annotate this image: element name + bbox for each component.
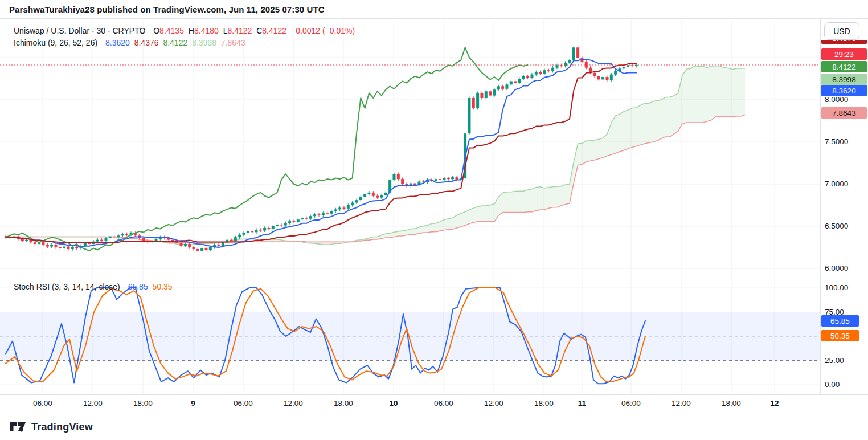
time-axis-label: 18:00 (324, 399, 363, 408)
time-axis-label: 18:00 (711, 399, 751, 408)
price-axis-tick: 6.0000 (825, 264, 848, 272)
time-axis-label: 10 (374, 399, 413, 408)
close-value: 8.4122 (262, 26, 286, 35)
stoch-axis-tick: 0.00 (825, 380, 840, 389)
time-axis-divider (0, 394, 868, 395)
time-axis-label: 12:00 (273, 399, 313, 408)
time-axis-label: 06:00 (23, 399, 63, 408)
currency-usd-button[interactable]: USD (824, 22, 859, 40)
open-label: O (153, 26, 159, 35)
stoch-axis-tick: 100.00 (825, 283, 848, 292)
stoch-d-axis-label: 50.35 (821, 330, 859, 341)
price-axis-tick: 7.5000 (825, 137, 848, 146)
ichimoku-title[interactable]: Ichimoku (9, 26, 52, 26) (14, 38, 97, 47)
stoch-axis-tick: 75.00 (825, 308, 844, 316)
stoch-d-value: 50.35 (153, 282, 173, 291)
lead-a-price-label: 8.3998 (821, 74, 867, 85)
conversion-line-price-label: 8.3620 (821, 85, 867, 96)
time-axis-label: 12 (755, 399, 795, 408)
time-axis-label: 12:00 (474, 399, 514, 408)
time-axis-label: 06:00 (424, 399, 464, 408)
stoch-rsi-legend[interactable]: Stoch RSI (3, 3, 14, 14, close) 65.85 50… (14, 282, 175, 291)
change-value: −0.0012 (−0.01%) (291, 26, 355, 35)
bottom-divider (0, 412, 868, 412)
stoch-rsi-title[interactable]: Stoch RSI (3, 3, 14, 14, close) (14, 282, 120, 291)
bar-countdown-label: 29:23 (821, 48, 867, 60)
base-value: 8.4376 (134, 38, 159, 47)
time-axis-label: 12:00 (73, 399, 113, 408)
high-value: 8.4180 (194, 26, 219, 35)
tradingview-snapshot-page: ParshwaTurakhiya28 published on TradingV… (0, 0, 868, 440)
lead-b-value: 7.8643 (221, 38, 245, 47)
lead-b-price-label: 7.8643 (821, 107, 867, 119)
tradingview-logo-text: TradingView (31, 421, 93, 433)
price-axis-tick: 8.0000 (825, 95, 848, 104)
price-axis-tick: 7.0000 (825, 180, 848, 188)
time-axis-label: 18:00 (123, 399, 163, 408)
pane-divider[interactable] (0, 278, 868, 278)
publish-attribution-line: ParshwaTurakhiya28 published on TradingV… (9, 5, 325, 14)
time-axis-label: 11 (562, 399, 602, 408)
symbol-legend[interactable]: Uniswap / U.S. Dollar · 30 · CRYPTO O8.4… (14, 26, 357, 35)
stoch-k-value: 65.85 (128, 282, 148, 291)
price-axis-divider (820, 19, 821, 394)
lagging-value: 8.4122 (163, 38, 187, 47)
time-axis-label: 06:00 (223, 399, 263, 408)
stoch-k-axis-label: 65.85 (821, 315, 859, 327)
stoch-axis-tick: 25.00 (825, 356, 844, 365)
time-axis-label: 12:00 (661, 399, 701, 408)
ichimoku-legend[interactable]: Ichimoku (9, 26, 52, 26) 8.3620 8.4376 8… (14, 38, 248, 47)
price-pane[interactable] (0, 19, 820, 278)
time-axis-label: 9 (173, 399, 213, 408)
close-label: C (256, 26, 262, 35)
tradingview-logo[interactable]: TradingView (9, 420, 93, 434)
low-value: 8.4122 (227, 26, 252, 35)
symbol-title[interactable]: Uniswap / U.S. Dollar · 30 · CRYPTO (14, 26, 145, 35)
time-axis-label: 18:00 (524, 399, 564, 408)
price-axis-tick: 6.5000 (825, 222, 848, 230)
stoch-rsi-pane[interactable] (0, 278, 820, 394)
currency-usd-label: USD (833, 27, 850, 36)
high-label: H (189, 26, 194, 35)
conversion-value: 8.3620 (105, 38, 130, 47)
lagging-span-price-label: 8.4122 (821, 61, 867, 72)
lead-a-value: 8.3998 (192, 38, 216, 47)
open-value: 8.4135 (159, 26, 184, 35)
time-axis-label: 06:00 (611, 399, 651, 408)
tradingview-logo-icon (9, 420, 26, 434)
